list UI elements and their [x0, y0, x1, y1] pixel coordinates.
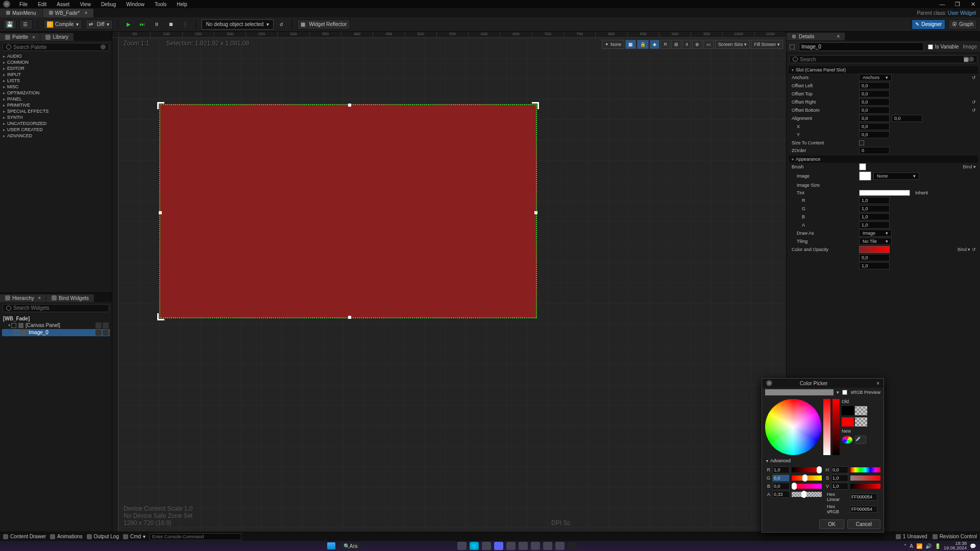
palette-search-input[interactable] — [13, 44, 101, 50]
menu-debug[interactable]: Debug — [96, 1, 121, 8]
reset-icon[interactable]: ↺ — [972, 108, 976, 113]
fill-screen-dropdown[interactable]: Fill Screen▾ — [751, 40, 783, 49]
r-slider[interactable] — [792, 467, 822, 472]
maximize-button[interactable]: ❐ — [953, 1, 962, 8]
grid-icon[interactable]: ▦ — [964, 57, 969, 62]
eye-icon[interactable] — [95, 322, 102, 329]
tab-mainmenu[interactable]: MainMenu — [0, 9, 42, 17]
extra-input[interactable] — [859, 262, 890, 269]
revision-control-button[interactable]: Revision Control — [933, 534, 977, 539]
wifi-icon[interactable]: 📶 — [916, 543, 922, 549]
clock[interactable]: 18:38 19.06.2024 — [944, 541, 967, 550]
color-wheel[interactable] — [765, 399, 821, 455]
notifications-icon[interactable]: 💬 — [970, 543, 976, 549]
play-button[interactable]: ▶ — [124, 19, 134, 30]
v-input[interactable] — [831, 483, 848, 490]
tiling-dropdown[interactable]: No Tile▾ — [859, 238, 892, 245]
value-slider[interactable] — [832, 399, 840, 455]
app-icon[interactable] — [519, 542, 528, 550]
parent-class-link[interactable]: User Widget — [948, 10, 976, 16]
animations-button[interactable]: Animations — [50, 534, 82, 539]
more-button[interactable]: ⋮ — [180, 19, 191, 30]
cat-user-created[interactable]: USER CREATED — [0, 127, 112, 133]
brush-swatch[interactable] — [859, 163, 866, 170]
handle-mid-right[interactable] — [534, 211, 537, 214]
bind-dropdown[interactable]: Bind ▾ — [963, 164, 976, 169]
tree-image[interactable]: Image_0 — [2, 329, 110, 336]
checkbox[interactable] — [790, 44, 795, 49]
menu-view[interactable]: View — [75, 1, 96, 8]
compile-button[interactable]: ⚙Compile▾ — [43, 19, 82, 30]
advanced-header[interactable]: Advanced — [762, 457, 884, 464]
close-icon[interactable]: × — [38, 295, 41, 300]
app-icon[interactable] — [555, 542, 565, 550]
tab-details[interactable]: ⚙Details× — [787, 33, 845, 40]
menu-asset[interactable]: Asset — [52, 1, 75, 8]
r-button[interactable]: R — [660, 40, 670, 49]
g-input[interactable] — [772, 474, 790, 482]
eye-icon[interactable] — [95, 330, 102, 336]
image-dropdown[interactable]: None▾ — [873, 172, 919, 180]
offset-top-input[interactable] — [859, 90, 890, 97]
extra-input[interactable] — [859, 254, 890, 261]
menu-window[interactable]: Window — [121, 1, 150, 8]
tint-swatch[interactable] — [859, 190, 910, 196]
offset-left-input[interactable] — [859, 82, 890, 89]
tree-canvas[interactable]: ▾[Canvas Panel] — [2, 322, 110, 329]
close-icon[interactable]: × — [876, 381, 879, 386]
details-search-input[interactable] — [800, 57, 964, 62]
cat-primitive[interactable]: PRIMITIVE — [0, 102, 112, 108]
handle-bottom-mid[interactable] — [348, 316, 351, 319]
cat-misc[interactable]: MISC — [0, 84, 112, 90]
a-input[interactable] — [772, 491, 790, 498]
align-y-input[interactable] — [892, 115, 922, 122]
cat-advanced[interactable]: ADVANCED — [0, 133, 112, 139]
designer-button[interactable]: ✎Designer — [912, 19, 945, 30]
s-input[interactable] — [831, 474, 848, 482]
tab-wbfade[interactable]: WB_Fade* × — [43, 9, 94, 17]
x-input[interactable] — [859, 123, 890, 130]
tree-root[interactable]: [WB_Fade] — [2, 315, 110, 322]
start-button[interactable] — [327, 542, 335, 549]
offset-bottom-input[interactable] — [859, 107, 890, 114]
r-input[interactable] — [772, 466, 790, 473]
section-slot[interactable]: Slot (Canvas Panel Slot) — [789, 66, 978, 73]
lang-indicator[interactable]: A — [910, 543, 913, 549]
reset-icon[interactable]: ↺ — [972, 99, 976, 105]
settings-icon[interactable] — [101, 44, 106, 49]
menu-edit[interactable]: Edit — [33, 1, 52, 8]
cat-synth[interactable]: SYNTH — [0, 114, 112, 120]
anchors-dropdown[interactable]: Anchors▾ — [859, 74, 892, 81]
minimize-button[interactable]: — — [938, 1, 946, 8]
skip-button[interactable]: ⏭ — [137, 19, 148, 30]
zoom-button[interactable]: ⊕ — [692, 40, 702, 49]
handle-top-mid[interactable] — [348, 104, 351, 107]
taskview-icon[interactable] — [457, 542, 467, 550]
handle-bottom-left[interactable] — [157, 313, 164, 320]
lock-icon[interactable] — [103, 330, 109, 336]
tint-a-input[interactable] — [859, 221, 890, 229]
dialog-titlebar[interactable]: Color Picker × — [762, 379, 884, 388]
srgb-checkbox[interactable] — [842, 390, 847, 395]
none-button[interactable]: ✦None — [602, 40, 625, 49]
h-input[interactable] — [831, 466, 848, 473]
tab-hierarchy[interactable]: Hierarchy× — [0, 294, 46, 302]
h-slider[interactable] — [850, 467, 880, 472]
settings-icon[interactable] — [969, 57, 974, 62]
draw-as-dropdown[interactable]: Image▾ — [859, 230, 892, 237]
browse-button[interactable]: ☰ — [19, 19, 33, 30]
loc-button[interactable]: ◈ — [650, 40, 659, 49]
reset-icon[interactable]: ↺ — [972, 75, 976, 80]
b-slider[interactable] — [792, 484, 822, 489]
volume-icon[interactable]: 🔊 — [925, 543, 932, 549]
s-slider[interactable] — [850, 475, 880, 481]
layout-button[interactable]: ▦ — [625, 40, 636, 49]
is-variable-checkbox[interactable] — [928, 44, 933, 49]
tint-g-input[interactable] — [859, 205, 890, 212]
lock-icon[interactable] — [103, 322, 109, 329]
app-icon[interactable] — [506, 542, 516, 550]
close-button[interactable]: ✕ — [969, 1, 977, 8]
tint-b-input[interactable] — [859, 213, 890, 220]
pause-button[interactable]: ⏸ — [151, 19, 162, 30]
cat-uncategorized[interactable]: UNCATEGORIZED — [0, 120, 112, 127]
